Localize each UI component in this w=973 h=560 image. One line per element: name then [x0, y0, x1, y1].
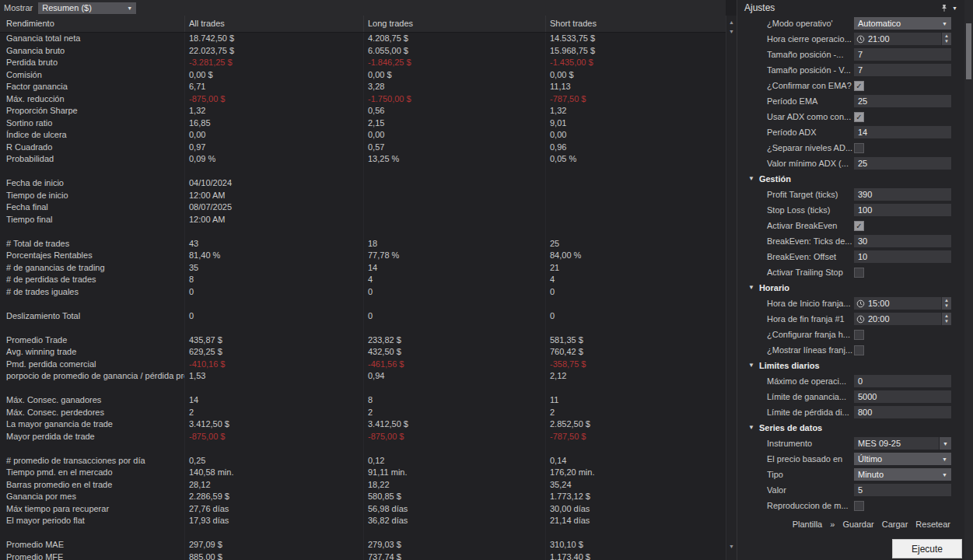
- table-row[interactable]: Máx. reducción-875,00 $-1.750,00 $-787,5…: [0, 93, 726, 106]
- table-row[interactable]: Deslizamiento Total000: [0, 310, 726, 323]
- column-header-rendimiento[interactable]: Rendimiento: [0, 16, 185, 32]
- spinner-up-icon[interactable]: ▲: [944, 33, 949, 39]
- spinner-down-icon[interactable]: ▼: [944, 39, 949, 44]
- table-row[interactable]: [0, 383, 726, 395]
- spinner-down-icon[interactable]: ▼: [944, 303, 949, 309]
- settings-section-header[interactable]: ▼Horario: [737, 280, 964, 296]
- table-row[interactable]: Fecha final08/07/2025: [0, 201, 726, 214]
- setting-checkbox[interactable]: [854, 143, 864, 153]
- setting-checkbox[interactable]: [854, 345, 864, 355]
- table-row[interactable]: Perdida bruto-3.281,25 $-1.846,25 $-1.43…: [0, 57, 726, 69]
- setting-input[interactable]: 100: [854, 204, 951, 216]
- column-header-short-trades[interactable]: Short trades: [546, 16, 726, 32]
- setting-input[interactable]: 25: [854, 157, 951, 170]
- setting-time-field[interactable]: 21:00▲▼: [854, 33, 951, 45]
- table-row[interactable]: Índice de ulcera0,000,000,00: [0, 129, 726, 142]
- table-row[interactable]: Promedio MFE885,00 $737,74 $1.173,40 $: [0, 551, 726, 560]
- scroll-down-icon[interactable]: ▼: [726, 543, 737, 551]
- table-row[interactable]: Pmd. perdida comercial-410,16 $-461,56 $…: [0, 359, 726, 371]
- save-template-link[interactable]: Guardar: [842, 520, 873, 529]
- reset-template-link[interactable]: Resetear: [915, 520, 950, 529]
- setting-dropdown[interactable]: Automatico▼: [854, 17, 951, 30]
- table-row[interactable]: Ganancia por mes2.286,59 $580,85 $1.773,…: [0, 491, 726, 503]
- table-row[interactable]: porpocio de promedio de ganancia / pérdi…: [0, 370, 726, 383]
- table-row[interactable]: # de ganancias de trading351421: [0, 262, 726, 275]
- setting-input[interactable]: 800: [854, 406, 951, 418]
- spinner-up-icon[interactable]: ▲: [944, 313, 949, 319]
- column-header-all-trades[interactable]: All trades: [185, 16, 364, 32]
- setting-input[interactable]: 5000: [854, 390, 951, 403]
- setting-checkbox[interactable]: [854, 501, 864, 511]
- table-row[interactable]: [0, 226, 726, 238]
- table-row[interactable]: La mayor ganancia de trade3.412,50 $3.41…: [0, 418, 726, 431]
- table-row[interactable]: Máx. Consec. perdedores222: [0, 407, 726, 419]
- table-row[interactable]: # de trades iguales000: [0, 286, 726, 299]
- setting-combo[interactable]: MES 09-25▼: [854, 437, 951, 450]
- setting-checkbox[interactable]: ✓: [854, 221, 864, 231]
- table-row[interactable]: # Total de trades431825: [0, 238, 726, 250]
- table-row[interactable]: Máx tiempo para recuperar27,76 días56,98…: [0, 503, 726, 516]
- mostrar-dropdown[interactable]: Resumen ($) ▼: [38, 2, 136, 14]
- table-row[interactable]: Tiempo de inicio12:00 AM: [0, 190, 726, 202]
- table-scrollbar[interactable]: ▲ ▼ ▼: [726, 16, 737, 560]
- setting-checkbox[interactable]: [854, 268, 864, 278]
- scroll-down-icon[interactable]: ▼: [726, 28, 737, 36]
- setting-input[interactable]: 0: [854, 375, 951, 387]
- table-row[interactable]: Proporción Sharpe1,320,561,32: [0, 105, 726, 117]
- setting-input[interactable]: 14: [854, 126, 951, 138]
- table-row[interactable]: Sortino ratio16,852,159,01: [0, 117, 726, 130]
- table-row[interactable]: # de perdidas de trades844: [0, 274, 726, 286]
- table-row[interactable]: Probabilidad0,09 %13,25 %0,05 %: [0, 153, 726, 166]
- table-row[interactable]: [0, 443, 726, 455]
- settings-section-header[interactable]: ▼Gestión: [737, 171, 964, 187]
- time-spinner[interactable]: ▲▼: [941, 313, 951, 325]
- spinner-up-icon[interactable]: ▲: [944, 298, 949, 303]
- load-template-link[interactable]: Cargar: [882, 520, 908, 529]
- table-row[interactable]: Barras promedio en el trade28,1218,2235,…: [0, 479, 726, 492]
- setting-input[interactable]: 7: [854, 48, 951, 61]
- table-row[interactable]: R Cuadrado0,970,570,96: [0, 142, 726, 154]
- setting-time-field[interactable]: 15:00▲▼: [854, 297, 951, 310]
- setting-input[interactable]: 5: [854, 484, 951, 496]
- table-row[interactable]: [0, 527, 726, 540]
- setting-input[interactable]: 30: [854, 235, 951, 247]
- table-row[interactable]: # promedio de transacciones por día0,250…: [0, 455, 726, 467]
- table-row[interactable]: Fecha de inicio04/10/2024: [0, 177, 726, 190]
- table-row[interactable]: Factor ganancia6,713,2811,13: [0, 81, 726, 93]
- scroll-up-icon[interactable]: ▲: [726, 19, 737, 26]
- setting-input[interactable]: 25: [854, 95, 951, 107]
- combo-dropdown-button[interactable]: ▼: [939, 437, 951, 450]
- table-row[interactable]: Tiempo pmd. en el mercado140,58 min.91,1…: [0, 467, 726, 479]
- time-spinner[interactable]: ▲▼: [941, 297, 951, 310]
- setting-checkbox[interactable]: ✓: [854, 112, 864, 122]
- table-row[interactable]: Tiempo final12:00 AM: [0, 214, 726, 226]
- setting-dropdown[interactable]: Último▼: [854, 453, 951, 465]
- table-row[interactable]: [0, 166, 726, 178]
- spinner-down-icon[interactable]: ▼: [944, 319, 949, 324]
- panel-scrollbar[interactable]: [964, 0, 973, 560]
- chevron-down-icon[interactable]: ▼: [952, 5, 957, 11]
- column-header-long-trades[interactable]: Long trades: [364, 16, 546, 32]
- table-row[interactable]: Mayor perdida de trade-875,00 $-875,00 $…: [0, 431, 726, 443]
- setting-input[interactable]: 390: [854, 188, 951, 201]
- plantilla-expander[interactable]: »: [830, 520, 835, 529]
- table-row[interactable]: [0, 322, 726, 334]
- setting-dropdown[interactable]: Minuto▼: [854, 468, 951, 481]
- pin-icon[interactable]: [940, 4, 948, 12]
- table-row[interactable]: Máx. Consec. ganadores14811: [0, 394, 726, 407]
- setting-input[interactable]: 7: [854, 64, 951, 76]
- table-row[interactable]: Ganancia total neta18.742,50 $4.208,75 $…: [0, 33, 726, 45]
- table-row[interactable]: Promedio MAE297,09 $279,03 $310,10 $: [0, 539, 726, 551]
- settings-section-header[interactable]: ▼Limites diarios: [737, 358, 964, 373]
- table-row[interactable]: Comisión0,00 $0,00 $0,00 $: [0, 69, 726, 82]
- setting-checkbox[interactable]: [854, 330, 864, 340]
- setting-time-field[interactable]: 20:00▲▼: [854, 313, 951, 325]
- table-row[interactable]: Ganancia bruto22.023,75 $6.055,00 $15.96…: [0, 45, 726, 58]
- setting-input[interactable]: 10: [854, 250, 951, 263]
- time-spinner[interactable]: ▲▼: [941, 33, 951, 45]
- setting-checkbox[interactable]: ✓: [854, 81, 864, 91]
- execute-button[interactable]: Ejecute: [892, 539, 962, 558]
- scrollbar-thumb[interactable]: [966, 23, 971, 79]
- table-row[interactable]: [0, 298, 726, 310]
- table-row[interactable]: Avg. winning trade629,25 $432,50 $760,42…: [0, 346, 726, 359]
